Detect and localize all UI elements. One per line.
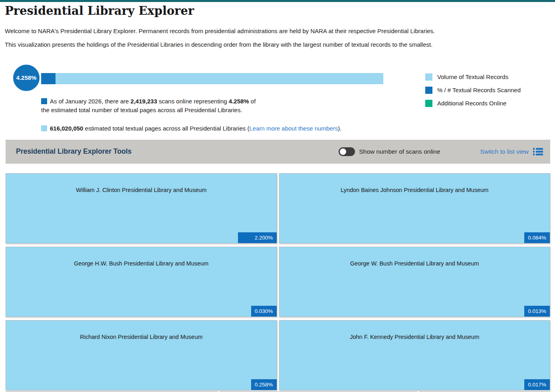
scanned-percent-badge: 0.013%	[524, 306, 550, 317]
library-name: George W. Bush Presidential Library and …	[279, 260, 550, 267]
library-name: George H.W. Bush Presidential Library an…	[6, 260, 277, 267]
scanned-percent-value: 4.258%	[229, 98, 249, 105]
percent-scanned-circle: 4.258%	[12, 63, 41, 92]
legend-label: % / # Textual Records Scanned	[437, 87, 521, 93]
library-card-ghw-bush[interactable]: George H.W. Bush Presidential Library an…	[6, 247, 277, 317]
scanned-percent-badge: 0.030%	[251, 306, 277, 317]
overview-visualization: 4.258% Volume of Textual Records % / # T…	[0, 61, 555, 140]
show-scans-toggle[interactable]	[339, 147, 355, 156]
library-card-nixon[interactable]: Richard Nixon Presidential Library and M…	[6, 320, 277, 390]
scanned-percent-badge: 2.200%	[238, 232, 277, 243]
library-card-gw-bush[interactable]: George W. Bush Presidential Library and …	[279, 247, 551, 317]
library-name: Lyndon Baines Johnson Presidential Libra…	[279, 187, 550, 193]
library-card-johnson[interactable]: Lyndon Baines Johnson Presidential Libra…	[279, 173, 551, 244]
caption-text: estimated total textual pages across all…	[83, 125, 249, 132]
legend-label: Volume of Textual Records	[437, 73, 508, 80]
caption-text: scans online representing	[157, 98, 229, 105]
switch-to-list-view-link[interactable]: Switch to list view	[480, 148, 529, 155]
dark-blue-swatch-icon	[41, 98, 47, 104]
caption-text: ).	[338, 125, 341, 132]
intro-text: Welcome to NARA's Presidential Library E…	[0, 28, 555, 49]
legend-item: Additional Records Online	[425, 100, 521, 107]
total-pages-caption: 616,020,050 estimated total textual page…	[41, 124, 400, 133]
legend: Volume of Textual Records % / # Textual …	[425, 73, 521, 113]
scanned-percent-badge: 0.084%	[524, 232, 550, 243]
scanned-bar-segment	[41, 73, 56, 84]
toggle-knob	[340, 148, 346, 155]
legend-swatch-scanned	[425, 87, 432, 94]
scans-online-count: 2,419,233	[131, 98, 157, 105]
toolbar-title: Presidential Library Explorer Tools	[16, 147, 132, 156]
scanned-percent-badge: 0.258%	[251, 379, 277, 390]
library-name: William J. Clinton Presidential Library …	[6, 187, 277, 193]
library-cards-grid: William J. Clinton Presidential Library …	[6, 173, 550, 390]
library-name: John F. Kennedy Presidential Library and…	[279, 334, 550, 340]
total-holdings-bar	[41, 73, 383, 84]
page-title: Presidential Library Explorer	[5, 4, 555, 18]
unscanned-bar-segment	[56, 73, 383, 84]
library-card-clinton[interactable]: William J. Clinton Presidential Library …	[6, 173, 277, 244]
legend-item: Volume of Textual Records	[425, 73, 521, 81]
caption-text: As of January 2026, there are	[50, 98, 131, 105]
legend-swatch-volume	[425, 73, 432, 81]
legend-swatch-additional	[425, 100, 432, 107]
scans-online-caption: As of January 2026, there are 2,419,233 …	[41, 97, 259, 115]
library-card-kennedy[interactable]: John F. Kennedy Presidential Library and…	[279, 320, 551, 390]
total-pages-count: 616,020,050	[50, 125, 83, 132]
toggle-label: Show number of scans online	[359, 148, 440, 155]
learn-more-link[interactable]: Learn more about these numbers	[249, 125, 338, 132]
list-view-icon[interactable]	[533, 147, 543, 156]
light-blue-swatch-icon	[41, 125, 47, 131]
legend-label: Additional Records Online	[437, 100, 506, 107]
intro-paragraph-2: This visualization presents the holdings…	[5, 41, 555, 49]
explorer-tools-toolbar: Presidential Library Explorer Tools Show…	[6, 140, 550, 164]
top-accent-bar	[0, 0, 555, 2]
scanned-percent-badge: 0.017%	[524, 379, 550, 390]
library-name: Richard Nixon Presidential Library and M…	[6, 334, 277, 340]
intro-paragraph-1: Welcome to NARA's Presidential Library E…	[5, 28, 555, 35]
legend-item: % / # Textual Records Scanned	[425, 87, 521, 94]
